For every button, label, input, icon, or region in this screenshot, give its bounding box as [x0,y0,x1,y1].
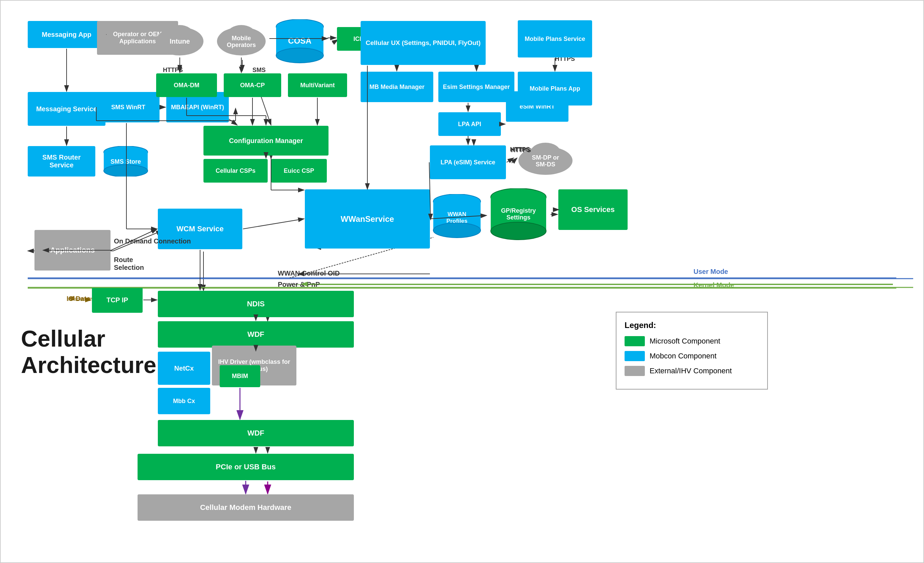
svg-text:SM-DP or: SM-DP or [532,154,560,161]
lpa-api-node: LPA API [438,112,501,136]
diagram-title: CellularArchitecture [21,325,156,378]
legend-label-mobcon: Mobcon Component [650,352,717,360]
ndis-label: NDIS [247,300,265,308]
messaging-app-label: Messaging App [42,31,91,39]
messaging-app-node: Messaging App [28,21,105,48]
svg-line-10 [261,96,271,125]
io-data-label: IO Data [67,295,90,303]
mb-media-mgr-label: MB Media Manager [369,84,424,91]
cosa-node: COSA [273,19,327,63]
mbim-label: MBIM [232,372,248,380]
config-manager-node: Configuration Manager [204,126,328,156]
legend-label-external: External/IHV Component [650,366,732,375]
wwan-control-oid-label: WWAN Control OID [278,269,340,277]
cellular-csps-node: Cellular CSPs [204,159,268,183]
mobile-plans-app-label: Mobile Plans App [530,85,580,92]
wdf-lower-node: WDF [158,420,354,446]
mbb-cx-label: Mbb Cx [173,398,195,405]
smdp-smds-node: SM-DP or SM-DS [514,139,577,176]
sms-winrt-node: SMS WinRT [97,92,159,122]
oma-dm-node: OMA-DM [156,74,217,97]
wdf-upper-node: WDF [158,321,354,348]
svg-text:WWAN: WWAN [447,211,466,218]
https-label: HTTPS [163,67,183,74]
mbb-cx-node: Mbb Cx [158,388,210,414]
legend-label-microsoft: Microsoft Component [650,337,720,345]
legend-item-microsoft: Microsoft Component [624,336,759,346]
multivariant-label: MultiVariant [300,82,334,89]
legend-color-mobcon [624,351,645,361]
lpa-esim-service-label: LPA (eSIM) Service [440,159,495,166]
diagram-container: Messaging App Messaging Service SMS Rout… [0,0,924,563]
legend-color-external [624,366,645,376]
wcm-service-label: WCM Service [176,225,224,233]
svg-text:GP/Registry: GP/Registry [501,207,536,214]
messaging-service-label: Messaging Service [36,105,97,113]
mb-media-mgr-node: MB Media Manager [361,72,433,102]
cellular-modem-hw-node: Cellular Modem Hardware [138,494,354,521]
multivariant-node: MultiVariant [288,74,347,97]
sms-store-node: SMS Store [100,146,151,177]
svg-text:Intune: Intune [170,38,190,45]
sms-label: SMS [252,67,266,74]
sms-router-node: SMS Router Service [28,146,95,177]
oma-cp-label: OMA-CP [240,82,265,89]
cellular-ux-label: Cellular UX (Settings, PNIDUI, FlyOut) [366,39,481,47]
applications-label: Applications [50,246,94,255]
mobile-operators-node: Mobile Operators [214,19,269,57]
power-pnp-label: Power & PnP [278,281,320,288]
messaging-service-node: Messaging Service [28,92,105,126]
svg-point-60 [491,222,546,240]
svg-text:SM-DS: SM-DS [536,161,555,168]
intune-node: Intune [153,19,207,57]
tcpip-node: TCP IP [92,287,142,313]
esim-settings-mgr-node: Esim Settings Manager [438,72,514,102]
applications-node: Applications [34,230,111,270]
mbaeapi-label: MBAEAPI (WinRT) [171,104,224,111]
lpa-api-label: LPA API [458,121,481,128]
netcx-node: NetCx [158,352,210,385]
tcpip-label: TCP IP [106,296,128,304]
svg-point-55 [433,223,481,238]
https-lpa-label: HTTPS [510,146,530,153]
legend-item-external: External/IHV Component [624,366,759,376]
pcie-usb-label: PCIe or USB Bus [216,462,276,471]
svg-point-30 [104,165,148,177]
cellular-csps-label: Cellular CSPs [216,167,255,174]
legend-item-mobcon: Mobcon Component [624,351,759,361]
legend-title: Legend: [624,321,759,330]
cellular-modem-hw-label: Cellular Modem Hardware [200,503,291,512]
wdf-upper-label: WDF [248,330,264,339]
wwanservice-node: WWanService [305,189,430,249]
mobile-plans-service-label: Mobile Plans Service [525,36,585,43]
sms-router-label: SMS Router Service [30,153,93,169]
pcie-usb-node: PCIe or USB Bus [138,454,354,480]
svg-point-45 [276,48,323,63]
wdf-lower-label: WDF [248,429,264,438]
wwan-profiles-node: WWAN Profiles [430,194,484,238]
netcx-label: NetCx [174,365,194,372]
svg-text:Profiles: Profiles [447,218,467,224]
svg-text:COSA: COSA [288,36,311,45]
wwanservice-label: WWanService [340,215,394,224]
oma-dm-label: OMA-DM [174,82,200,89]
ndis-node: NDIS [158,291,354,317]
svg-text:Mobile: Mobile [232,35,251,42]
kernel-mode-label: Kernel Mode [693,281,734,289]
euicc-csp-node: Euicc CSP [271,159,327,183]
svg-line-95 [507,158,514,162]
lpa-esim-service-node: LPA (eSIM) Service [430,146,506,179]
config-manager-label: Configuration Manager [229,137,303,145]
gp-registry-node: GP/Registry Settings [488,188,550,241]
route-selection-label: RouteSelection [114,256,144,272]
sms-winrt-label: SMS WinRT [111,104,146,111]
svg-text:Settings: Settings [506,214,530,221]
euicc-csp-label: Euicc CSP [284,167,314,174]
on-demand-label: On Demand Connection [114,237,191,245]
mbim-node: MBIM [220,365,260,387]
oma-cp-node: OMA-CP [224,74,281,97]
os-services-node: OS Services [558,189,628,230]
svg-text:Operators: Operators [227,42,256,48]
svg-line-101 [243,219,304,229]
mobile-plans-app-node: Mobile Plans App [518,72,592,105]
